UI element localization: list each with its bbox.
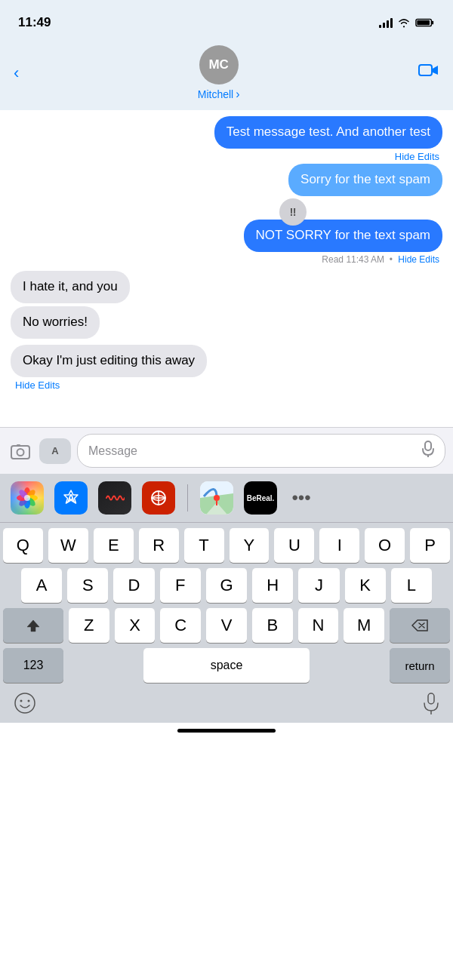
keyboard-extras	[0, 686, 453, 723]
message-text: NOT SORRY for the text spam	[256, 228, 430, 242]
key-w[interactable]: W	[48, 528, 88, 563]
key-r[interactable]: R	[139, 528, 179, 563]
hide-edits-indicator[interactable]: Hide Edits	[11, 151, 442, 162]
svg-rect-28	[428, 693, 434, 704]
more-apps-button[interactable]: •••	[288, 484, 315, 512]
appstore-app-icon[interactable]: A	[54, 481, 88, 515]
message-input[interactable]: Message	[77, 434, 445, 468]
status-time: 11:49	[18, 15, 51, 30]
hide-edits-button-2[interactable]: Hide Edits	[398, 254, 439, 265]
return-key[interactable]: return	[390, 648, 450, 683]
signal-icon	[379, 17, 393, 28]
message-text: No worries!	[23, 315, 88, 329]
hide-edits-button[interactable]: Hide Edits	[395, 151, 439, 162]
keyboard-bottom-row: 123 space return	[0, 643, 453, 686]
key-d[interactable]: D	[113, 568, 154, 603]
photos-app-icon[interactable]	[11, 481, 44, 515]
status-icons	[379, 17, 435, 28]
svg-rect-6	[17, 444, 20, 447]
message-bubble-sent: Test message test. And another test	[214, 116, 442, 149]
bereal-app-icon[interactable]: BeReal.	[244, 481, 277, 515]
delete-key[interactable]	[390, 608, 450, 643]
websearch-icon	[149, 488, 168, 508]
space-label: space	[211, 659, 243, 672]
back-button[interactable]: ‹	[14, 63, 19, 83]
svg-point-25	[15, 693, 35, 713]
apps-icon: A	[51, 445, 58, 456]
camera-button[interactable]	[8, 438, 33, 464]
key-l[interactable]: L	[391, 568, 432, 603]
maps-icon	[200, 481, 233, 515]
svg-point-26	[20, 700, 23, 702]
return-label: return	[405, 659, 434, 672]
maps-app-icon[interactable]	[200, 481, 233, 515]
svg-rect-7	[425, 441, 431, 450]
emoji-icon	[14, 692, 36, 714]
keyboard-mic-button[interactable]	[423, 693, 439, 720]
space-key[interactable]: space	[143, 648, 310, 683]
key-a[interactable]: A	[21, 568, 62, 603]
key-u[interactable]: U	[274, 528, 314, 563]
key-z[interactable]: Z	[69, 608, 109, 643]
message-text: Sorry for the text spam	[300, 172, 430, 186]
svg-point-5	[17, 449, 24, 456]
contact-info[interactable]: MC Mitchell	[198, 45, 240, 101]
key-i[interactable]: I	[319, 528, 359, 563]
svg-point-27	[28, 700, 30, 702]
message-bubble-sent-light: Sorry for the text spam	[288, 164, 442, 196]
key-k[interactable]: K	[345, 568, 386, 603]
message-bubble-recv: Okay I'm just editing this away	[11, 345, 207, 377]
reaction-row: ‼	[11, 198, 307, 226]
battery-icon	[415, 17, 435, 28]
wifi-icon	[397, 17, 411, 28]
message-text: Okay I'm just editing this away	[23, 353, 195, 367]
voicememos-icon	[105, 488, 125, 508]
message-row: Test message test. And another test	[11, 116, 442, 149]
appstore-icon: A	[61, 488, 81, 508]
websearch-app-icon[interactable]	[142, 481, 175, 515]
key-n[interactable]: N	[298, 608, 339, 643]
key-g[interactable]: G	[206, 568, 247, 603]
key-b[interactable]: B	[252, 608, 293, 643]
video-call-button[interactable]	[418, 63, 439, 84]
num-key[interactable]: 123	[3, 648, 63, 683]
key-f[interactable]: F	[160, 568, 201, 603]
key-v[interactable]: V	[206, 608, 247, 643]
key-c[interactable]: C	[160, 608, 201, 643]
header: ‹ MC Mitchell	[0, 41, 453, 110]
svg-point-18	[24, 495, 30, 501]
avatar: MC	[199, 45, 239, 84]
svg-rect-4	[11, 446, 29, 459]
key-q[interactable]: Q	[3, 528, 43, 563]
message-bubble-recv: No worries!	[11, 306, 100, 339]
svg-text:A: A	[67, 492, 75, 504]
home-indicator	[177, 729, 276, 733]
svg-rect-2	[417, 20, 430, 26]
message-row: I hate it, and you	[11, 271, 442, 303]
key-x[interactable]: X	[115, 608, 156, 643]
key-o[interactable]: O	[365, 528, 405, 563]
mic-inline-icon[interactable]	[422, 441, 434, 461]
num-label: 123	[23, 659, 44, 672]
emoji-button[interactable]	[14, 692, 36, 720]
delete-icon	[411, 619, 428, 631]
key-t[interactable]: T	[184, 528, 224, 563]
key-m[interactable]: M	[344, 608, 384, 643]
keyboard-row-3: Z X C V B N M	[0, 603, 453, 643]
status-bar: 11:49	[0, 0, 453, 41]
key-j[interactable]: J	[298, 568, 339, 603]
key-s[interactable]: S	[67, 568, 108, 603]
svg-rect-3	[419, 65, 432, 75]
message-text: Test message test. And another test	[226, 124, 430, 139]
apps-button[interactable]: A	[39, 438, 71, 464]
shift-key[interactable]	[3, 608, 63, 643]
voicememos-app-icon[interactable]	[98, 481, 131, 515]
key-h[interactable]: H	[252, 568, 293, 603]
key-p[interactable]: P	[410, 528, 450, 563]
key-y[interactable]: Y	[230, 528, 270, 563]
message-text: I hate it, and you	[23, 279, 118, 293]
home-bar	[0, 723, 453, 737]
bereal-label: BeReal.	[247, 494, 275, 502]
key-e[interactable]: E	[94, 528, 134, 563]
hide-edits-left-button[interactable]: Hide Edits	[11, 379, 442, 391]
